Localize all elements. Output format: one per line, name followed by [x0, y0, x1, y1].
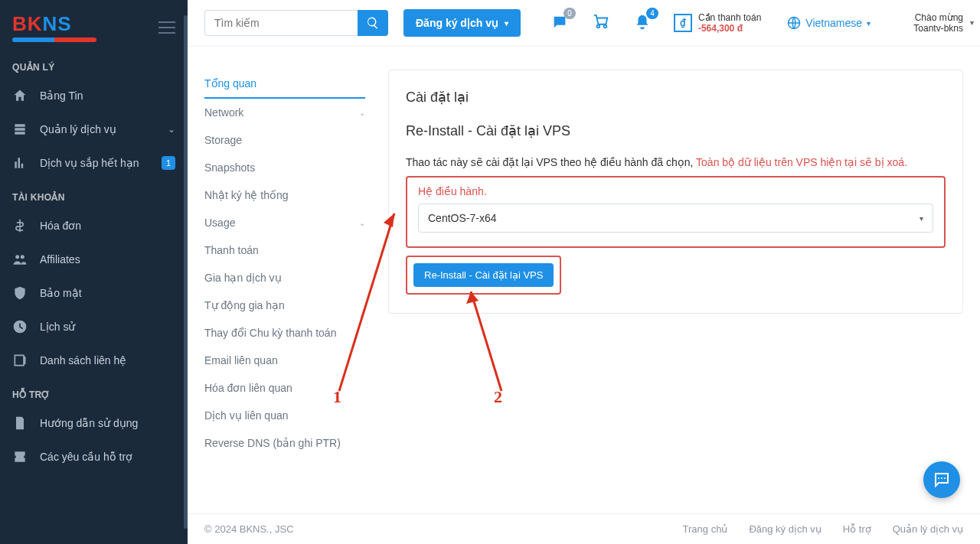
card-warning: Toàn bộ dữ liệu trên VPS hiện tại sẽ bị … — [696, 156, 907, 168]
annotation-arrow-2 — [456, 276, 524, 399]
tab-snapshots[interactable]: Snapshots — [204, 154, 365, 181]
sidebar-item-invoices[interactable]: Hóa đơn — [0, 209, 188, 243]
shield-icon — [12, 285, 28, 301]
chat-count: 0 — [564, 8, 576, 19]
sidebar-item-label: Hướng dẫn sử dụng — [40, 417, 138, 429]
pay-title: Cần thanh toán — [698, 12, 761, 23]
sidebar-item-label: Quản lý dịch vụ — [40, 123, 116, 135]
tab-storage[interactable]: Storage — [204, 126, 365, 154]
chat-button[interactable]: 0 — [551, 14, 568, 33]
doc-icon — [12, 415, 28, 431]
left-sidebar: BKNS QUẢN LÝ Bảng Tin Quản lý dịch vụ ⌄ … — [0, 0, 188, 544]
dollar-icon — [12, 218, 28, 233]
notifications-button[interactable]: 4 — [634, 14, 651, 33]
sidebar-item-dashboard[interactable]: Bảng Tin — [0, 79, 188, 112]
annotation-number-1: 1 — [333, 387, 341, 407]
search-icon — [366, 16, 380, 30]
welcome-label: Chào mừng — [915, 12, 963, 23]
chevron-down-icon: ⌄ — [168, 124, 175, 135]
chart-icon — [12, 155, 28, 171]
sidebar-item-affiliates[interactable]: Affiliates — [0, 243, 188, 276]
svg-marker-2 — [384, 213, 394, 227]
sidebar-item-label: Danh sách liên hệ — [40, 354, 126, 366]
language-label: Vietnamese — [805, 17, 862, 29]
chevron-down-icon: ▾ — [970, 18, 974, 28]
sidebar-item-label: Lịch sử — [40, 321, 75, 333]
pay-amount: -564,300 đ — [698, 23, 761, 34]
footer-copyright: © 2024 BKNS., JSC — [204, 523, 294, 535]
sidebar-section-manage: QUẢN LÝ — [0, 50, 188, 79]
sidebar-section-support: HỖ TRỢ — [0, 377, 188, 406]
footer-link-support[interactable]: Hỗ trợ — [843, 523, 871, 535]
cart-icon — [593, 14, 609, 31]
os-select[interactable]: CentOS-7-x64 ▾ — [418, 204, 933, 233]
chat-bubble-icon — [933, 471, 951, 489]
footer-link-register[interactable]: Đăng ký dịch vụ — [749, 523, 821, 535]
top-bar: Đăng ký dịch vụ ▾ 0 4 ₫ Cần — [188, 0, 980, 47]
users-icon — [12, 252, 28, 267]
globe-icon — [787, 16, 801, 30]
sidebar-item-history[interactable]: Lịch sử — [0, 310, 188, 344]
footer-link-home[interactable]: Trang chủ — [683, 523, 728, 535]
history-icon — [12, 319, 28, 334]
tab-network[interactable]: Network⌄ — [204, 99, 365, 126]
chat-fab[interactable] — [923, 461, 960, 498]
card-note: Thao tác này sẽ cài đặt lại VPS theo hệ … — [406, 156, 693, 168]
sidebar-item-expiring[interactable]: Dịch vụ sắp hết hạn 1 — [0, 146, 188, 180]
search-button[interactable] — [358, 10, 388, 36]
chevron-down-icon: ▾ — [920, 214, 923, 223]
contacts-icon — [12, 353, 28, 368]
sidebar-item-label: Hóa đơn — [40, 220, 81, 232]
search-input[interactable] — [204, 10, 358, 36]
list-icon — [12, 122, 28, 137]
sidebar-item-label: Dịch vụ sắp hết hạn — [40, 157, 139, 169]
svg-line-1 — [339, 213, 394, 391]
svg-line-3 — [471, 292, 501, 391]
sidebar-item-label: Bảng Tin — [40, 90, 83, 102]
card-subtitle: Re-Install - Cài đặt lại VPS — [406, 122, 946, 139]
register-service-button[interactable]: Đăng ký dịch vụ ▾ — [403, 9, 521, 37]
bell-count: 4 — [646, 8, 658, 19]
footer: © 2024 BKNS., JSC Trang chủ Đăng ký dịch… — [188, 513, 980, 544]
sidebar-item-services[interactable]: Quản lý dịch vụ ⌄ — [0, 112, 188, 146]
footer-link-services[interactable]: Quản lý dịch vụ — [893, 523, 963, 535]
balance-box[interactable]: ₫ Cần thanh toán -564,300 đ — [674, 12, 761, 34]
sidebar-item-tickets[interactable]: Các yêu cầu hỗ trợ — [0, 440, 188, 474]
chevron-down-icon: ⌄ — [359, 109, 365, 117]
language-selector[interactable]: Vietnamese ▾ — [787, 16, 871, 30]
sidebar-item-label: Các yêu cầu hỗ trợ — [40, 451, 132, 463]
annotation-number-2: 2 — [494, 387, 502, 407]
os-selection-box: Hệ điều hành. CentOS-7-x64 ▾ — [406, 176, 946, 248]
cart-button[interactable] — [593, 14, 609, 33]
sidebar-item-label: Affiliates — [40, 253, 80, 265]
tab-rdns[interactable]: Reverse DNS (bản ghi PTR) — [204, 429, 365, 457]
tab-overview[interactable]: Tổng quan — [204, 70, 365, 99]
sidebar-item-contacts[interactable]: Danh sách liên hệ — [0, 344, 188, 377]
menu-toggle-icon[interactable] — [158, 21, 175, 34]
annotation-arrow-1 — [332, 200, 408, 399]
chevron-down-icon: ▾ — [867, 19, 871, 28]
chevron-down-icon: ▾ — [505, 19, 508, 28]
os-value: CentOS-7-x64 — [428, 212, 496, 224]
card-title: Cài đặt lại — [406, 89, 946, 106]
os-label: Hệ điều hành. — [418, 185, 933, 197]
sidebar-section-account: TÀI KHOẢN — [0, 180, 188, 209]
user-menu[interactable]: Chào mừng Toantv-bkns ▾ — [913, 12, 963, 34]
ticket-icon — [12, 449, 28, 464]
pay-icon: ₫ — [674, 14, 692, 32]
expiring-badge: 1 — [162, 156, 175, 170]
register-label: Đăng ký dịch vụ — [416, 17, 498, 29]
sidebar-item-security[interactable]: Bảo mật — [0, 276, 188, 310]
sidebar-item-label: Bảo mật — [40, 287, 82, 299]
home-icon — [12, 88, 28, 103]
logo[interactable]: BKNS — [12, 12, 96, 42]
username-label: Toantv-bkns — [913, 23, 963, 34]
sidebar-item-howto[interactable]: Hướng dẫn sử dụng — [0, 406, 188, 440]
